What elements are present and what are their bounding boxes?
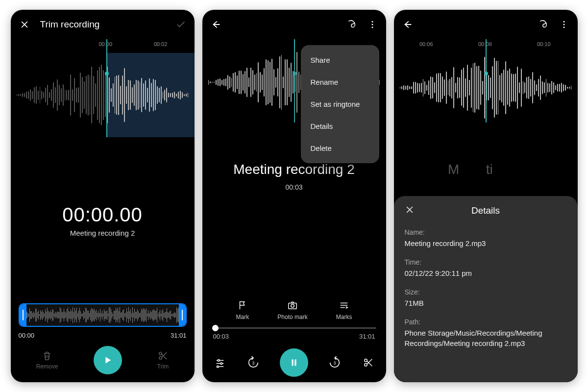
settings-icon[interactable] bbox=[213, 356, 227, 369]
top-bar bbox=[202, 10, 386, 39]
svg-text:3: 3 bbox=[334, 361, 336, 366]
ruler-tick: 00:02 bbox=[154, 41, 168, 47]
trim-handle-right[interactable] bbox=[179, 304, 186, 326]
svg-point-13 bbox=[291, 304, 294, 307]
elapsed-label: 00:03 bbox=[213, 333, 229, 340]
svg-point-34 bbox=[563, 26, 564, 28]
recording-title: Meeting recording 2 bbox=[233, 162, 354, 177]
overflow-icon[interactable] bbox=[558, 19, 570, 30]
field-label-path: Path: bbox=[405, 318, 567, 326]
earpiece-icon[interactable] bbox=[345, 19, 357, 30]
elapsed-time: 00:03 bbox=[285, 183, 302, 191]
back-icon[interactable] bbox=[210, 19, 222, 30]
field-label-size: Size: bbox=[405, 288, 567, 296]
marks-button[interactable]: Marks bbox=[336, 300, 352, 320]
trim-strip[interactable] bbox=[19, 303, 187, 327]
sheet-title: Details bbox=[416, 205, 555, 216]
trim-start-label: 00:00 bbox=[19, 332, 35, 339]
play-button[interactable] bbox=[94, 346, 122, 374]
playhead[interactable] bbox=[486, 39, 487, 122]
time-display: 00:00.00 Meeting recording 2 bbox=[11, 137, 195, 303]
svg-point-11 bbox=[371, 26, 373, 28]
svg-point-32 bbox=[563, 21, 564, 23]
svg-point-9 bbox=[371, 21, 373, 23]
details-sheet: Details Name: Meeting recording 2.mp3 Ti… bbox=[394, 196, 578, 382]
camera-icon bbox=[287, 300, 298, 311]
playback-controls: 3 3 bbox=[202, 343, 386, 382]
waveform-area[interactable]: 00:00 00:02 bbox=[11, 39, 195, 137]
playhead[interactable] bbox=[294, 39, 295, 122]
scissors-icon bbox=[158, 350, 169, 361]
overflow-menu: Share Rename Set as ringtone Details Del… bbox=[301, 45, 379, 163]
rewind-3-button[interactable]: 3 bbox=[246, 356, 260, 369]
field-value-path: Phone Storage/Music/Recordings/Meeting R… bbox=[405, 328, 567, 348]
trim-button[interactable]: Trim bbox=[157, 350, 169, 370]
scissors-icon bbox=[363, 357, 374, 368]
top-bar: Trim recording bbox=[11, 10, 195, 39]
svg-text:3: 3 bbox=[252, 361, 254, 366]
current-time: 00:00.00 bbox=[62, 204, 143, 226]
svg-point-18 bbox=[218, 360, 220, 362]
close-icon[interactable] bbox=[405, 205, 416, 217]
trash-icon bbox=[42, 350, 52, 361]
ruler-tick: 00:08 bbox=[478, 41, 492, 47]
list-icon bbox=[339, 300, 349, 311]
field-value-size: 71MB bbox=[405, 298, 567, 308]
flag-icon bbox=[237, 300, 248, 311]
play-icon bbox=[102, 355, 113, 366]
field-value-time: 02/12/22 9:20:11 pm bbox=[405, 268, 567, 278]
confirm-icon[interactable] bbox=[175, 19, 187, 30]
menu-item-rename[interactable]: Rename bbox=[301, 71, 379, 93]
trim-end-label: 31:01 bbox=[171, 332, 187, 339]
slider-thumb[interactable] bbox=[212, 325, 219, 331]
pause-button[interactable] bbox=[280, 348, 308, 377]
recording-title-obscured: M ti bbox=[394, 162, 578, 177]
ruler-tick: 00:00 bbox=[99, 41, 113, 47]
recording-name: Meeting recording 2 bbox=[70, 229, 135, 237]
overflow-icon[interactable] bbox=[367, 19, 378, 30]
time-ruler: 00:00 00:02 bbox=[11, 41, 195, 53]
close-icon[interactable] bbox=[19, 19, 30, 30]
top-bar bbox=[394, 10, 578, 39]
svg-rect-25 bbox=[294, 360, 296, 366]
field-label-name: Name: bbox=[405, 228, 567, 236]
action-row: Mark Photo mark Marks bbox=[202, 300, 386, 320]
playhead[interactable] bbox=[106, 39, 107, 137]
total-label: 31:01 bbox=[359, 333, 375, 340]
screen-trim: Trim recording 00:00 00:02 00:00.00 Meet… bbox=[11, 10, 195, 382]
forward-3-button[interactable]: 3 bbox=[328, 356, 342, 369]
waveform-area[interactable]: 00:06 00:08 00:10 bbox=[394, 39, 578, 122]
progress-slider[interactable] bbox=[212, 327, 376, 329]
mark-button[interactable]: Mark bbox=[236, 300, 249, 320]
svg-point-20 bbox=[220, 363, 222, 365]
menu-item-share[interactable]: Share bbox=[301, 49, 379, 71]
field-label-time: Time: bbox=[405, 258, 567, 266]
svg-point-10 bbox=[371, 24, 373, 25]
screen-playback: Share Rename Set as ringtone Details Del… bbox=[202, 10, 386, 382]
trim-button[interactable] bbox=[362, 356, 375, 369]
pause-icon bbox=[289, 357, 299, 368]
menu-item-details[interactable]: Details bbox=[301, 115, 379, 137]
svg-rect-24 bbox=[292, 360, 293, 366]
back-icon[interactable] bbox=[402, 19, 414, 30]
field-value-name: Meeting recording 2.mp3 bbox=[405, 238, 567, 248]
earpiece-icon[interactable] bbox=[537, 19, 548, 30]
remove-button[interactable]: Remove bbox=[36, 350, 58, 370]
menu-item-delete[interactable]: Delete bbox=[301, 137, 379, 159]
ruler-tick: 00:10 bbox=[537, 41, 551, 47]
menu-item-ringtone[interactable]: Set as ringtone bbox=[301, 93, 379, 115]
trim-handle-left[interactable] bbox=[20, 304, 26, 326]
svg-point-22 bbox=[217, 366, 219, 368]
photo-mark-button[interactable]: Photo mark bbox=[277, 300, 307, 320]
ruler-tick: 00:06 bbox=[419, 41, 433, 47]
page-title: Trim recording bbox=[40, 19, 100, 30]
svg-point-33 bbox=[563, 24, 564, 25]
screen-details: 00:06 00:08 00:10 M ti Details Name: Mee… bbox=[394, 10, 578, 382]
